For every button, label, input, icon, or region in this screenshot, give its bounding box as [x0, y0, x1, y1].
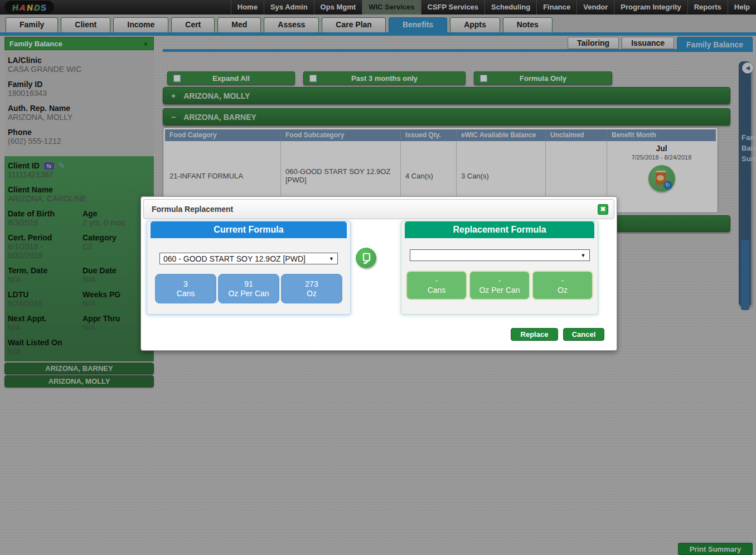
current-formula-header: Current Formula [151, 221, 347, 238]
cancel-button[interactable]: Cancel [563, 328, 604, 341]
current-oz-per-can-stat[interactable]: 91 Oz Per Can [218, 274, 279, 303]
replacement-formula-header: Replacement Formula [405, 221, 594, 238]
current-oz-stat[interactable]: 273 Oz [281, 274, 342, 303]
dialog-title-bar: Formula Replacement ✖ [143, 199, 614, 219]
replacement-cans-stat[interactable]: - Cans [406, 271, 467, 300]
select-caret-icon: ▼ [581, 253, 586, 258]
replace-arrow-icon [356, 248, 376, 268]
replacement-oz-stat[interactable]: - Oz [532, 271, 593, 300]
formula-replacement-dialog: Formula Replacement ✖ Current Formula 06… [140, 196, 617, 351]
current-formula-selected-value: 060 - GOOD START SOY 12.9OZ [PWD] [163, 254, 306, 263]
current-formula-select[interactable]: 060 - GOOD START SOY 12.9OZ [PWD] ▼ [159, 253, 338, 264]
current-cans-stat[interactable]: 3 Cans [155, 274, 216, 303]
replacement-formula-panel: Replacement Formula ▼ - Cans - Oz Per Ca… [401, 221, 598, 315]
replacement-oz-per-can-stat[interactable]: - Oz Per Can [469, 271, 530, 300]
current-formula-stats: 3 Cans 91 Oz Per Can 273 Oz [147, 274, 350, 303]
replacement-formula-select[interactable]: ▼ [410, 249, 590, 261]
current-formula-panel: Current Formula 060 - GOOD START SOY 12.… [147, 221, 351, 315]
dialog-title: Formula Replacement [152, 205, 233, 214]
close-icon[interactable]: ✖ [598, 204, 608, 215]
select-caret-icon: ▼ [329, 256, 334, 262]
replacement-formula-stats: - Cans - Oz Per Can - Oz [401, 271, 598, 300]
replace-button[interactable]: Replace [511, 328, 558, 341]
